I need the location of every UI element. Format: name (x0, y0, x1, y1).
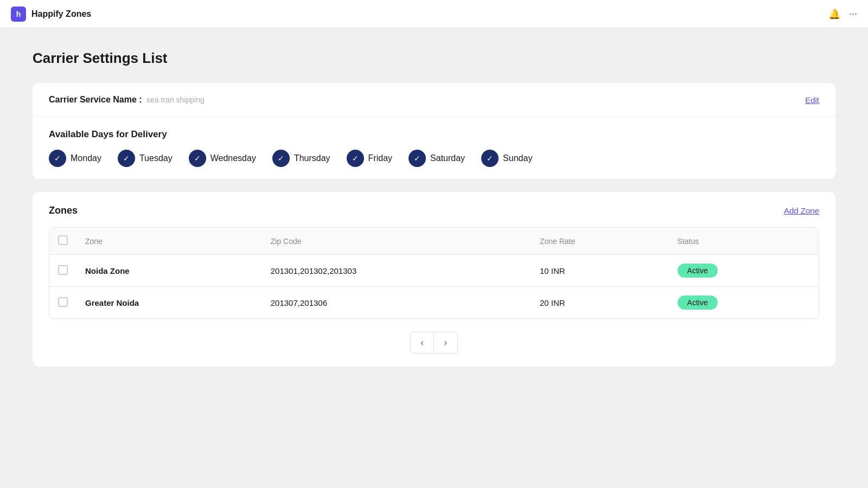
row-checkbox[interactable] (58, 297, 68, 307)
prev-page-button[interactable]: ‹ (410, 332, 434, 354)
zones-header: Zones Add Zone (49, 205, 819, 216)
day-item: ✓ Thursday (272, 150, 330, 167)
table-row: Noida Zone 201301,201302,201303 10 INR A… (49, 255, 819, 287)
more-icon[interactable]: ··· (849, 8, 857, 20)
zone-name: Greater Noida (76, 287, 262, 319)
table-header: Zone Zip Code Zone Rate Status (49, 228, 819, 255)
day-item: ✓ Wednesday (189, 150, 256, 167)
select-all-checkbox[interactable] (58, 235, 68, 245)
edit-link[interactable]: Edit (805, 95, 819, 105)
delivery-title: Available Days for Delivery (49, 129, 819, 140)
day-item: ✓ Monday (49, 150, 101, 167)
day-label: Tuesday (139, 153, 173, 163)
zones-table-container: Zone Zip Code Zone Rate Status Noida Zon… (49, 227, 819, 319)
col-status: Status (669, 228, 819, 255)
carrier-name-value: sea tran shipping (146, 95, 205, 104)
zone-status: Active (669, 255, 819, 287)
day-label: Monday (71, 153, 101, 163)
topnav: h Happify Zones 🔔 ··· (0, 0, 868, 28)
day-label: Saturday (430, 153, 465, 163)
carrier-card: Carrier Service Name : sea tran shipping… (33, 83, 835, 179)
row-checkbox-cell (49, 287, 76, 319)
col-zone: Zone (76, 228, 262, 255)
zone-status: Active (669, 287, 819, 319)
topnav-left: h Happify Zones (11, 7, 91, 22)
day-check-icon: ✓ (347, 150, 364, 167)
topnav-right: 🔔 ··· (828, 8, 857, 20)
day-label: Sunday (503, 153, 532, 163)
page-title: Carrier Settings List (33, 50, 835, 67)
carrier-label-group: Carrier Service Name : sea tran shipping (49, 95, 205, 105)
day-check-icon: ✓ (118, 150, 135, 167)
app-icon: h (11, 7, 26, 22)
day-check-icon: ✓ (272, 150, 290, 167)
day-item: ✓ Friday (347, 150, 392, 167)
next-page-button[interactable]: › (434, 332, 458, 354)
day-check-icon: ✓ (189, 150, 206, 167)
zone-name: Noida Zone (76, 255, 262, 287)
day-item: ✓ Tuesday (118, 150, 173, 167)
row-checkbox[interactable] (58, 265, 68, 275)
day-label: Thursday (294, 153, 330, 163)
day-check-icon: ✓ (49, 150, 66, 167)
day-item: ✓ Saturday (409, 150, 465, 167)
day-label: Friday (368, 153, 392, 163)
delivery-section: Available Days for Delivery ✓ Monday ✓ T… (33, 117, 835, 179)
zone-rate: 10 INR (531, 255, 669, 287)
day-item: ✓ Sunday (481, 150, 532, 167)
carrier-label-text: Carrier Service Name : (49, 95, 142, 104)
zip-code: 201307,201306 (262, 287, 531, 319)
carrier-name-section: Carrier Service Name : sea tran shipping… (33, 83, 835, 117)
zones-table: Zone Zip Code Zone Rate Status Noida Zon… (49, 228, 819, 318)
zones-card: Zones Add Zone Zone Zip Code Zone Rate S… (33, 192, 835, 367)
zones-title: Zones (49, 205, 78, 216)
pagination: ‹ › (49, 332, 819, 354)
col-zipcode: Zip Code (262, 228, 531, 255)
zone-rate: 20 INR (531, 287, 669, 319)
day-check-icon: ✓ (481, 150, 499, 167)
header-checkbox-cell (49, 228, 76, 255)
bell-icon[interactable]: 🔔 (828, 8, 840, 20)
row-checkbox-cell (49, 255, 76, 287)
table-row: Greater Noida 201307,201306 20 INR Activ… (49, 287, 819, 319)
day-check-icon: ✓ (409, 150, 426, 167)
col-rate: Zone Rate (531, 228, 669, 255)
add-zone-link[interactable]: Add Zone (784, 206, 819, 215)
status-badge: Active (678, 296, 718, 310)
app-title: Happify Zones (31, 9, 91, 19)
table-body: Noida Zone 201301,201302,201303 10 INR A… (49, 255, 819, 319)
day-label: Wednesday (210, 153, 256, 163)
zip-code: 201301,201302,201303 (262, 255, 531, 287)
main-content: Carrier Settings List Carrier Service Na… (0, 28, 868, 488)
days-row: ✓ Monday ✓ Tuesday ✓ Wednesday ✓ Thursda… (49, 150, 819, 167)
status-badge: Active (678, 264, 718, 278)
